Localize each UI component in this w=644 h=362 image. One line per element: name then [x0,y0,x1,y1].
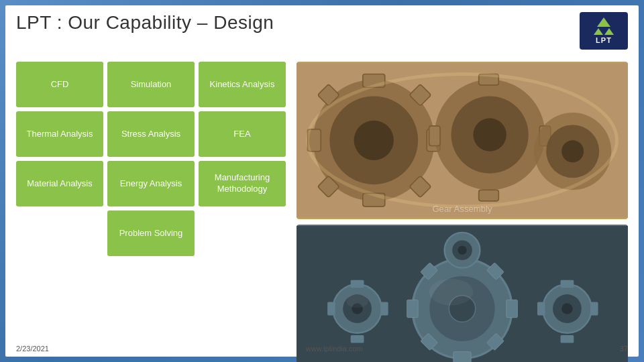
cell-stress: Stress Analysis [107,111,195,157]
svg-point-55 [346,294,368,308]
logo: LPT [580,12,628,50]
footer-url: www.lptindia.com [306,345,363,353]
svg-rect-50 [590,302,598,315]
cell-fea: FEA [199,111,286,157]
svg-point-46 [561,303,572,314]
svg-rect-48 [561,335,574,343]
cell-problem-solving: Problem Solving [107,210,195,256]
main-area: CFD Simulation Kinetics Analysis Thermal… [16,62,628,362]
svg-rect-32 [506,300,517,317]
svg-rect-30 [453,351,471,362]
logo-tri-right [604,28,614,35]
capability-grid: CFD Simulation Kinetics Analysis Thermal… [16,62,286,362]
svg-point-21 [561,140,584,162]
logo-icon [594,17,614,35]
svg-rect-42 [327,302,335,315]
slide: LPT : Our Capability – Design LPT CFD [0,0,644,362]
logo-triangles [594,28,614,35]
svg-rect-43 [380,302,388,315]
cell-kinetics: Kinetics Analysis [199,62,286,107]
content-area: LPT : Our Capability – Design LPT CFD [0,0,644,362]
cell-cfd: CFD [16,62,103,107]
svg-point-3 [354,121,394,160]
svg-rect-16 [479,190,499,200]
footer-date: 2/23/2021 [16,345,49,353]
cell-manufacturing: Manufacturing Methodology [199,161,286,206]
logo-tri-left [594,28,603,35]
svg-rect-47 [561,280,574,288]
svg-point-54 [429,279,474,306]
svg-rect-41 [351,335,364,343]
right-images: Gear Assembly [297,62,628,362]
gear-svg-bottom [297,225,628,362]
page-title: LPT : Our Capability – Design [16,12,274,34]
cell-empty-1 [16,210,103,256]
cell-empty-2 [199,210,286,256]
svg-text:Gear Assembly: Gear Assembly [432,204,492,214]
cell-material: Material Analysis [16,161,103,206]
svg-rect-40 [351,280,364,288]
gear-image-top: Gear Assembly [297,62,628,219]
svg-rect-49 [537,302,545,315]
cell-thermal: Thermal Analysis [16,111,103,157]
logo-top-triangle [597,17,610,27]
cell-energy: Energy Analysis [107,161,195,206]
header: LPT : Our Capability – Design LPT [16,12,628,50]
logo-text: LPT [596,36,612,44]
gear-svg-top: Gear Assembly [297,62,628,219]
svg-rect-31 [407,300,418,317]
gear-image-bottom [297,225,628,362]
svg-rect-17 [429,126,440,146]
footer-page: 37 [620,345,628,353]
svg-point-14 [473,118,506,151]
footer: 2/23/2021 www.lptindia.com 37 [16,345,628,353]
cell-simulation: Simulation [107,62,195,107]
svg-point-53 [458,245,466,254]
